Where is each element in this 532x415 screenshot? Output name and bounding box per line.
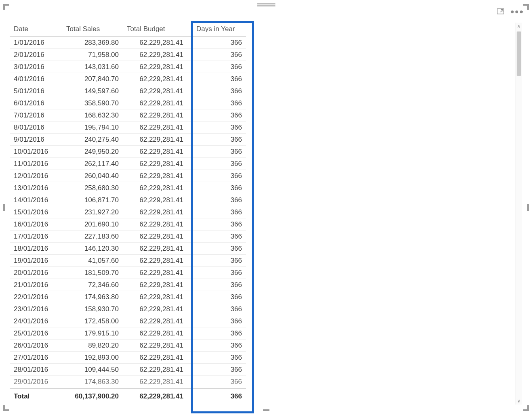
cell-total-sales: 109,444.50	[62, 364, 123, 376]
table-row[interactable]: 27/01/2016192,893.0062,229,281.41366	[10, 352, 246, 364]
cell-total-budget: 62,229,281.41	[123, 279, 187, 291]
cell-total-sales: 174,863.30	[62, 376, 123, 388]
table-row[interactable]: 23/01/2016158,930.7062,229,281.41366	[10, 303, 246, 315]
table-row[interactable]: 25/01/2016179,915.1062,229,281.41366	[10, 327, 246, 340]
column-header-total-budget[interactable]: Total Budget	[123, 23, 187, 37]
cell-days-in-year: 366	[187, 376, 246, 388]
cell-date: 14/01/2016	[10, 194, 62, 206]
table-row[interactable]: 3/01/2016143,031.6062,229,281.41366	[10, 61, 246, 73]
cell-total-budget: 62,229,281.41	[123, 73, 187, 85]
cell-total-sales: 260,040.40	[62, 170, 123, 182]
table-row[interactable]: 6/01/2016358,590.7062,229,281.41366	[10, 97, 246, 109]
cell-days-in-year: 366	[187, 303, 246, 315]
table-row[interactable]: 16/01/2016201,690.1062,229,281.41366	[10, 218, 246, 231]
table-row[interactable]: 26/01/201689,820.2062,229,281.41366	[10, 340, 246, 352]
cell-days-in-year: 366	[187, 364, 246, 376]
table-row[interactable]: 28/01/2016109,444.5062,229,281.41366	[10, 364, 246, 376]
cell-date: 19/01/2016	[10, 255, 62, 267]
table-row[interactable]: 10/01/2016249,950.2062,229,281.41366	[10, 146, 246, 158]
cell-total-sales: 207,840.70	[62, 73, 123, 85]
cell-total-sales: 201,690.10	[62, 218, 123, 231]
cell-total-budget: 62,229,281.41	[123, 134, 187, 146]
cell-total-sales: 181,509.70	[62, 267, 123, 279]
cell-total-sales: 231,927.20	[62, 206, 123, 218]
cell-days-in-year: 366	[187, 37, 246, 49]
cell-days-in-year: 366	[187, 315, 246, 327]
table-row[interactable]: 2/01/201671,958.0062,229,281.41366	[10, 49, 246, 61]
cell-total-budget: 62,229,281.41	[123, 170, 187, 182]
cell-date: 4/01/2016	[10, 73, 62, 85]
table-row[interactable]: 4/01/2016207,840.7062,229,281.41366	[10, 73, 246, 85]
cell-days-in-year: 366	[187, 122, 246, 134]
cell-days-in-year: 366	[187, 267, 246, 279]
table-row[interactable]: 1/01/2016283,369.8062,229,281.41366	[10, 37, 246, 49]
cell-days-in-year: 366	[187, 255, 246, 267]
cell-days-in-year: 366	[187, 327, 246, 340]
cell-days-in-year: 366	[187, 61, 246, 73]
cell-days-in-year: 366	[187, 85, 246, 97]
table-row[interactable]: 18/01/2016146,120.3062,229,281.41366	[10, 243, 246, 255]
cell-total-budget: 62,229,281.41	[123, 315, 187, 327]
resize-handle[interactable]	[527, 405, 529, 411]
resize-handle[interactable]	[527, 4, 529, 10]
resize-handle[interactable]	[3, 204, 5, 211]
table-row-clipped[interactable]: 29/01/2016174,863.3062,229,281.41366	[10, 376, 246, 388]
resize-handle[interactable]	[527, 204, 529, 211]
cell-days-in-year: 366	[187, 146, 246, 158]
cell-days-in-year: 366	[187, 182, 246, 194]
table-row[interactable]: 9/01/2016240,275.4062,229,281.41366	[10, 134, 246, 146]
table-row[interactable]: 14/01/2016106,871.7062,229,281.41366	[10, 194, 246, 206]
resize-handle[interactable]	[3, 405, 5, 411]
table-row[interactable]: 20/01/2016181,509.7062,229,281.41366	[10, 267, 246, 279]
cell-date: 25/01/2016	[10, 327, 62, 340]
cell-date: 21/01/2016	[10, 279, 62, 291]
table-row[interactable]: 7/01/2016168,632.3062,229,281.41366	[10, 109, 246, 122]
table-row[interactable]: 22/01/2016174,963.8062,229,281.41366	[10, 291, 246, 303]
table-row[interactable]: 12/01/2016260,040.4062,229,281.41366	[10, 170, 246, 182]
table-row[interactable]: 21/01/201672,346.6062,229,281.41366	[10, 279, 246, 291]
cell-date: 28/01/2016	[10, 364, 62, 376]
table-row[interactable]: 17/01/2016227,183.6062,229,281.41366	[10, 231, 246, 243]
table-row[interactable]: 13/01/2016258,680.3062,229,281.41366	[10, 182, 246, 194]
scroll-up-arrow-icon[interactable]: ∧	[515, 23, 522, 30]
total-label: Total	[10, 389, 62, 405]
cell-date: 17/01/2016	[10, 231, 62, 243]
resize-handle[interactable]	[263, 409, 269, 411]
cell-total-sales: 172,458.00	[62, 315, 123, 327]
column-header-days-in-year[interactable]: Days in Year	[187, 23, 246, 37]
cell-total-budget: 62,229,281.41	[123, 97, 187, 109]
cell-date: 26/01/2016	[10, 340, 62, 352]
scrollbar-thumb[interactable]	[517, 31, 521, 76]
table-row[interactable]: 8/01/2016195,794.1062,229,281.41366	[10, 122, 246, 134]
column-header-total-sales[interactable]: Total Sales	[62, 23, 123, 37]
table-row[interactable]: 19/01/201641,057.6062,229,281.41366	[10, 255, 246, 267]
more-options-icon[interactable]: •••	[511, 9, 524, 15]
cell-date: 3/01/2016	[10, 61, 62, 73]
cell-total-sales: 195,794.10	[62, 122, 123, 134]
total-sales-value: 60,137,900.20	[62, 389, 123, 405]
table-row[interactable]: 11/01/2016262,117.4062,229,281.41366	[10, 158, 246, 170]
cell-date: 22/01/2016	[10, 291, 62, 303]
table-row[interactable]: 5/01/2016149,597.6062,229,281.41366	[10, 85, 246, 97]
cell-total-sales: 174,963.80	[62, 291, 123, 303]
cell-total-budget: 62,229,281.41	[123, 194, 187, 206]
cell-days-in-year: 366	[187, 170, 246, 182]
cell-total-budget: 62,229,281.41	[123, 85, 187, 97]
cell-total-budget: 62,229,281.41	[123, 61, 187, 73]
cell-date: 27/01/2016	[10, 352, 62, 364]
focus-mode-icon[interactable]	[496, 7, 505, 16]
vertical-scrollbar[interactable]: ∧ ∨	[515, 23, 522, 405]
table-row[interactable]: 24/01/2016172,458.0062,229,281.41366	[10, 315, 246, 327]
cell-total-sales: 89,820.20	[62, 340, 123, 352]
cell-date: 24/01/2016	[10, 315, 62, 327]
resize-handle[interactable]	[3, 4, 5, 10]
table-visual-frame[interactable]: ••• Date Total Sales Total Budget Days i…	[4, 5, 528, 410]
drag-handle-icon[interactable]	[257, 3, 275, 6]
cell-total-budget: 62,229,281.41	[123, 37, 187, 49]
table-row[interactable]: 15/01/2016231,927.2062,229,281.41366	[10, 206, 246, 218]
scroll-down-arrow-icon[interactable]: ∨	[515, 397, 522, 405]
cell-days-in-year: 366	[187, 243, 246, 255]
cell-date: 16/01/2016	[10, 218, 62, 231]
column-header-date[interactable]: Date	[10, 23, 62, 37]
cell-total-sales: 146,120.30	[62, 243, 123, 255]
